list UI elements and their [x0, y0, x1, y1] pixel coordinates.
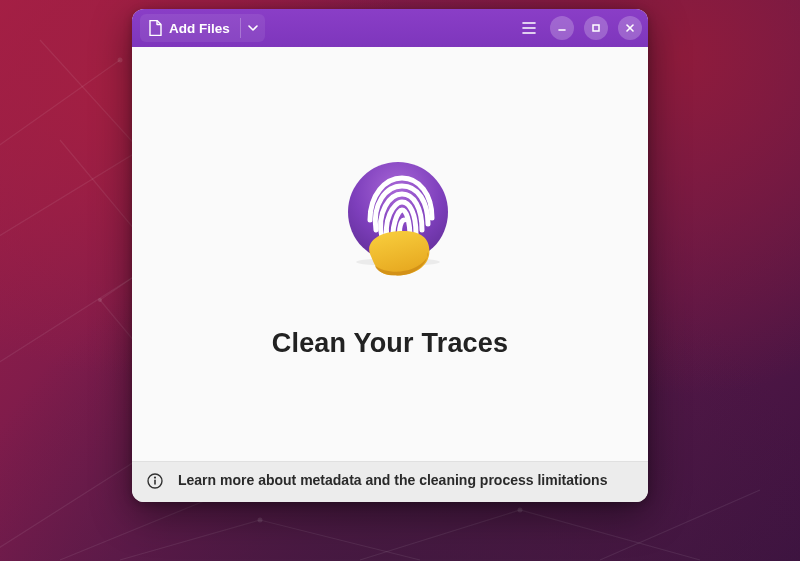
hero-title: Clean Your Traces	[272, 328, 509, 359]
main-content: Clean Your Traces	[132, 47, 648, 461]
add-files-dropdown-button[interactable]	[241, 14, 265, 42]
svg-rect-13	[593, 25, 599, 31]
titlebar-right	[518, 14, 642, 42]
add-files-label: Add Files	[169, 21, 230, 36]
svg-point-7	[98, 298, 102, 302]
learn-more-footer[interactable]: Learn more about metadata and the cleani…	[132, 461, 648, 502]
close-icon	[625, 23, 635, 33]
close-button[interactable]	[618, 16, 642, 40]
add-files-button[interactable]: Add Files	[140, 14, 240, 42]
svg-point-6	[518, 508, 523, 513]
svg-point-0	[118, 58, 123, 63]
app-hero-icon[interactable]	[320, 150, 460, 300]
svg-line-15	[627, 25, 633, 31]
info-icon	[146, 472, 164, 490]
hamburger-icon	[522, 22, 536, 34]
minimize-icon	[557, 23, 567, 33]
minimize-button[interactable]	[550, 16, 574, 40]
add-files-group: Add Files	[140, 14, 265, 42]
svg-line-14	[627, 25, 633, 31]
app-window: Add Files	[132, 9, 648, 502]
maximize-icon	[591, 23, 601, 33]
desktop-background: Add Files	[0, 0, 800, 561]
menu-button[interactable]	[518, 14, 540, 42]
svg-point-5	[258, 518, 263, 523]
titlebar: Add Files	[132, 9, 648, 47]
svg-rect-20	[154, 480, 156, 485]
svg-point-19	[154, 477, 156, 479]
maximize-button[interactable]	[584, 16, 608, 40]
chevron-down-icon	[248, 25, 258, 32]
file-icon	[148, 20, 162, 36]
learn-more-text: Learn more about metadata and the cleani…	[178, 472, 617, 490]
